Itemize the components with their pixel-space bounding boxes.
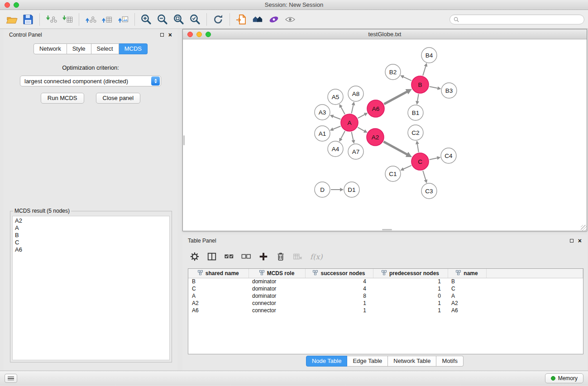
run-mcds-button[interactable]: Run MCDS [41,93,84,104]
result-item[interactable]: C [15,239,167,246]
import-table-button[interactable] [59,12,76,27]
delete-column-icon[interactable] [276,252,286,262]
node-C3[interactable]: C3 [421,183,437,199]
refresh-view-button[interactable] [210,12,226,27]
home-button[interactable] [249,12,266,27]
column-header-mcds-role[interactable]: MCDS role [249,269,305,278]
edge-B-B1[interactable] [417,94,419,102]
node-B2[interactable]: B2 [385,64,401,80]
zoom-window-button[interactable] [14,2,19,8]
node-A[interactable]: A [341,114,358,131]
function-builder-icon[interactable]: f(x) [310,253,322,261]
float-table-panel-icon[interactable] [570,239,574,243]
toggle-visibility-button[interactable] [282,12,298,27]
edge-A-A5[interactable] [341,107,345,114]
edge-A6-B[interactable] [384,91,407,104]
tab-select[interactable]: Select [91,43,119,54]
tab-edge-table[interactable]: Edge Table [347,356,388,367]
edge-A-A1[interactable] [333,126,340,129]
edge-C-C4[interactable] [430,158,438,160]
close-table-panel-icon[interactable]: × [578,238,582,243]
search-input[interactable] [461,16,580,23]
edge-A-A6[interactable] [358,114,365,118]
tab-network[interactable]: Network [33,43,67,54]
node-A7[interactable]: A7 [348,144,363,159]
edge-A2-C[interactable] [383,142,407,155]
export-network-button[interactable] [82,12,99,27]
import-network-button[interactable] [43,12,59,27]
node-C1[interactable]: C1 [385,166,401,181]
tab-motifs[interactable]: Motifs [436,356,464,367]
gear-icon[interactable] [190,252,200,262]
minimize-network-window-button[interactable] [196,32,202,37]
export-image-button[interactable] [115,12,131,27]
column-header-predecessor-nodes[interactable]: predecessor nodes [373,269,448,278]
node-A2[interactable]: A2 [367,129,384,146]
column-header-shared-name[interactable]: shared name [188,269,249,278]
table-row[interactable]: Adominator80A [188,292,583,300]
node-B1[interactable]: B1 [408,105,423,120]
node-C2[interactable]: C2 [408,125,423,140]
edge-B-B4[interactable] [423,66,425,76]
result-item[interactable]: A6 [15,246,167,253]
node-A6[interactable]: A6 [367,100,384,117]
node-A3[interactable]: A3 [315,105,330,120]
close-panel-icon[interactable]: × [168,33,172,37]
open-document-button[interactable] [233,12,249,27]
node-B4[interactable]: B4 [421,48,437,63]
float-panel-icon[interactable] [160,33,164,37]
criterion-dropdown[interactable]: largest connected component (directed) [20,76,161,86]
edge-C-C1[interactable] [403,166,411,169]
node-D1[interactable]: D1 [344,182,359,197]
column-header-successor-nodes[interactable]: successor nodes [305,269,373,278]
result-item[interactable]: A [15,224,167,232]
show-columns-icon[interactable] [207,252,217,262]
node-B[interactable]: B [411,76,429,93]
node-A8[interactable]: A8 [348,86,363,101]
tab-network-table[interactable]: Network Table [388,356,436,367]
style-paint-button[interactable] [266,12,282,27]
open-session-button[interactable] [4,12,20,27]
edge-A-A2[interactable] [358,127,364,131]
tab-mcds[interactable]: MCDS [119,43,148,54]
task-history-button[interactable] [5,374,17,383]
save-session-button[interactable] [20,12,36,27]
table-row[interactable]: Cdominator41C [188,285,583,292]
zoom-out-button[interactable] [154,12,171,27]
table-row[interactable]: Bdominator41B [188,278,583,285]
node-C[interactable]: C [411,153,429,170]
vertical-scrollbar-thumb[interactable] [183,135,185,145]
node-A5[interactable]: A5 [328,89,343,105]
zoom-in-button[interactable] [138,12,154,27]
node-A1[interactable]: A1 [315,126,330,141]
edge-B-B3[interactable] [430,86,438,88]
tab-style[interactable]: Style [67,43,91,54]
close-window-button[interactable] [5,2,10,8]
select-all-icon[interactable] [224,252,234,262]
table-row[interactable]: A2connector11A2 [188,300,583,307]
tab-node-table[interactable]: Node Table [306,356,348,367]
close-panel-button[interactable]: Close panel [96,93,141,104]
close-network-window-button[interactable] [187,32,193,37]
zoom-selected-button[interactable] [187,12,203,27]
zoom-fit-button[interactable] [171,12,187,27]
delete-table-icon[interactable] [293,252,303,262]
edge-B-B2[interactable] [403,77,411,81]
edge-C-C2[interactable] [417,144,419,152]
edge-C-C3[interactable] [423,171,425,180]
add-column-icon[interactable] [258,252,268,262]
mcds-result-list[interactable]: A2ABCA6 [12,216,170,360]
edge-A-A3[interactable] [333,116,340,119]
resize-grip[interactable] [581,225,587,231]
result-item[interactable]: A2 [15,217,167,224]
edge-A-A4[interactable] [341,131,345,139]
table-row[interactable]: A6connector11A6 [188,307,583,314]
node-B3[interactable]: B3 [441,83,457,98]
column-header-name[interactable]: name [448,269,486,278]
horizontal-scrollbar-thumb[interactable] [382,229,392,230]
edge-A-A7[interactable] [351,132,353,141]
export-table-button[interactable] [99,12,115,27]
deselect-all-icon[interactable] [241,252,251,262]
result-item[interactable]: B [15,232,167,239]
edge-A-A8[interactable] [351,105,353,113]
